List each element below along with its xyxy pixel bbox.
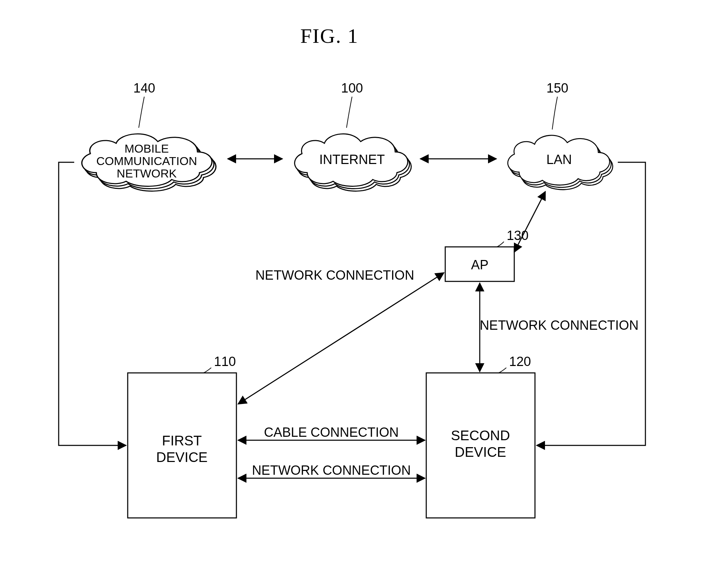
- figure-1: FIG. 1 MOBILE COMMUNICATION: [0, 0, 721, 588]
- label-first-second-network: NETWORK CONNECTION: [252, 463, 411, 478]
- route-lan-to-second: [537, 162, 645, 445]
- internet-label: INTERNET: [319, 152, 385, 167]
- route-mobile-to-first: [59, 162, 126, 445]
- cloud-lan: LAN: [508, 135, 613, 190]
- mobile-net-label-line3: NETWORK: [117, 167, 177, 180]
- ref-mobile-net: 140: [133, 81, 155, 95]
- ref-leader-first: [204, 368, 211, 373]
- ref-leader-second: [499, 368, 506, 373]
- label-first-ap: NETWORK CONNECTION: [255, 268, 414, 282]
- cloud-mobile-network: MOBILE COMMUNICATION NETWORK: [82, 134, 216, 191]
- ref-leader-mobile: [139, 97, 144, 128]
- mobile-net-label-line2: COMMUNICATION: [96, 154, 197, 167]
- second-device-label-line2: DEVICE: [455, 444, 506, 460]
- ref-leader-internet: [347, 97, 352, 128]
- ref-first-device: 110: [214, 354, 236, 369]
- mobile-net-label-line1: MOBILE: [125, 142, 169, 155]
- ref-second-device: 120: [509, 354, 531, 369]
- first-device-label-line2: DEVICE: [156, 450, 208, 465]
- second-device-label-line1: SECOND: [451, 428, 510, 443]
- ref-internet: 100: [341, 81, 363, 95]
- first-device-label-line1: FIRST: [162, 433, 202, 448]
- label-ap-second: NETWORK CONNECTION: [480, 318, 639, 332]
- lan-label: LAN: [546, 152, 572, 167]
- ref-lan: 150: [546, 81, 568, 95]
- figure-title: FIG. 1: [300, 24, 359, 48]
- arrow-first-ap: [238, 273, 444, 404]
- label-cable-connection: CABLE CONNECTION: [264, 425, 399, 440]
- diagram-svg: MOBILE COMMUNICATION NETWORK 140 INTERNE…: [0, 0, 721, 588]
- arrow-ap-lan: [514, 192, 545, 252]
- ap-label: AP: [471, 258, 489, 272]
- ref-leader-ap: [497, 242, 504, 247]
- ref-leader-lan: [552, 97, 557, 129]
- cloud-internet: INTERNET: [295, 134, 411, 191]
